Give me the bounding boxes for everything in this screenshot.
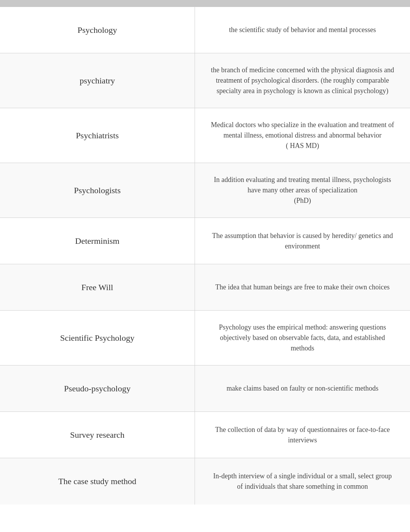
term-text: The case study method [58, 476, 136, 486]
flashcard-row: PsychiatristsMedical doctors who special… [0, 108, 410, 163]
definition-cell: In addition evaluating and treating ment… [195, 163, 410, 218]
flashcard-row: Survey researchThe collection of data by… [0, 412, 410, 458]
term-cell: Pseudo-psychology [0, 365, 195, 411]
definition-text: make claims based on faulty or non-scien… [227, 383, 378, 394]
term-text: Determinism [75, 236, 120, 246]
definition-cell: The collection of data by way of questio… [195, 412, 410, 458]
definition-cell: the scientific study of behavior and men… [195, 7, 410, 53]
term-cell: The case study method [0, 458, 195, 505]
definition-cell: the branch of medicine concerned with th… [195, 53, 410, 108]
definition-text: Medical doctors who specialize in the ev… [210, 120, 395, 151]
definition-cell: The assumption that behavior is caused b… [195, 218, 410, 264]
definition-cell: Medical doctors who specialize in the ev… [195, 108, 410, 163]
term-cell: psychiatry [0, 53, 195, 108]
top-bar [0, 0, 410, 7]
definition-text: The assumption that behavior is caused b… [210, 231, 395, 252]
term-cell: Determinism [0, 218, 195, 264]
definition-cell: make claims based on faulty or non-scien… [195, 365, 410, 411]
definition-cell: Psychology uses the empirical method: an… [195, 311, 410, 365]
definition-text: the branch of medicine concerned with th… [210, 65, 395, 96]
definition-text: In-depth interview of a single individua… [210, 471, 395, 492]
definition-cell: The idea that human beings are free to m… [195, 264, 410, 310]
term-cell: Psychology [0, 7, 195, 53]
flashcard-row: DeterminismThe assumption that behavior … [0, 218, 410, 264]
term-text: Free Will [81, 282, 113, 292]
term-text: psychiatry [80, 76, 115, 86]
term-cell: Survey research [0, 412, 195, 458]
term-text: Psychiatrists [76, 131, 119, 141]
flashcard-row: PsychologistsIn addition evaluating and … [0, 163, 410, 218]
flashcard-row: Scientific PsychologyPsychology uses the… [0, 311, 410, 365]
term-cell: Scientific Psychology [0, 311, 195, 365]
page-container: Psychologythe scientific study of behavi… [0, 0, 410, 532]
term-text: Scientific Psychology [60, 333, 134, 343]
term-text: Pseudo-psychology [64, 384, 130, 394]
flashcard-row: The case study methodIn-depth interview … [0, 458, 410, 505]
flashcard-table: Psychologythe scientific study of behavi… [0, 7, 410, 505]
flashcard-row: psychiatrythe branch of medicine concern… [0, 53, 410, 108]
term-text: Survey research [70, 430, 124, 440]
term-cell: Psychologists [0, 163, 195, 218]
flashcard-row: Psychologythe scientific study of behavi… [0, 7, 410, 53]
definition-text: The idea that human beings are free to m… [215, 282, 390, 292]
term-cell: Psychiatrists [0, 108, 195, 163]
term-text: Psychology [78, 25, 117, 35]
definition-text: The collection of data by way of questio… [210, 425, 395, 445]
definition-text: In addition evaluating and treating ment… [210, 175, 395, 206]
flashcard-row: Pseudo-psychologymake claims based on fa… [0, 365, 410, 412]
flashcard-row: Free WillThe idea that human beings are … [0, 264, 410, 311]
definition-text: Psychology uses the empirical method: an… [210, 322, 395, 354]
definition-text: the scientific study of behavior and men… [229, 25, 376, 35]
term-cell: Free Will [0, 264, 195, 310]
term-text: Psychologists [74, 185, 120, 195]
definition-cell: In-depth interview of a single individua… [195, 458, 410, 505]
